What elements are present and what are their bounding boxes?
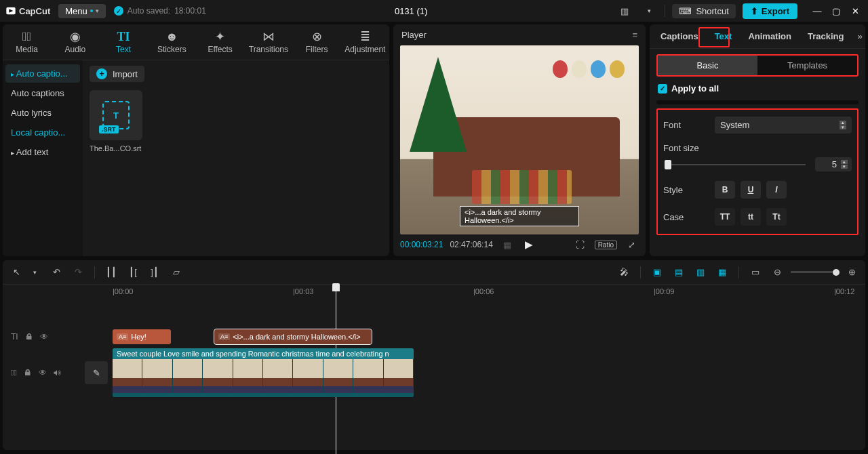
sidebar-item-auto-captions[interactable]: Auto captions: [5, 84, 80, 102]
play-button[interactable]: ▶: [521, 239, 536, 251]
stepper-icon[interactable]: ▴▾: [841, 160, 848, 169]
close-button[interactable]: ✕: [848, 6, 863, 16]
snap-toggle-2[interactable]: ▤: [671, 265, 687, 280]
tool-transitions[interactable]: ⋈Transitions: [244, 27, 292, 57]
layout-icon[interactable]: ▥: [616, 3, 633, 18]
italic-button[interactable]: I: [766, 181, 787, 199]
crop-tool[interactable]: ▱: [168, 265, 184, 280]
srt-badge: .SRT: [99, 125, 119, 133]
zoom-slider[interactable]: [791, 271, 838, 273]
style-row: Style B U I: [663, 181, 852, 199]
bold-button[interactable]: B: [715, 181, 735, 199]
undo-button[interactable]: ↶: [48, 265, 64, 280]
asset-panel: ▶⃞Media ◉Audio TIText ☻Stickers ✦Effects…: [3, 24, 389, 256]
trim-left-tool[interactable]: ┃[: [125, 265, 141, 280]
tool-filters[interactable]: ⊗Filters: [293, 27, 341, 57]
video-caption-overlay[interactable]: <i>...a dark and stormy Halloween.</i>: [460, 206, 579, 226]
inspector-panel: Captions Text Animation Tracking » Basic…: [650, 24, 865, 256]
divider: [640, 266, 641, 278]
subtab-templates[interactable]: Templates: [757, 56, 857, 75]
tracks: TI 🔒︎ 👁︎ A≡ Hey! A≡ <i>...a dark and sto…: [3, 302, 865, 450]
grid-icon[interactable]: ▦: [500, 240, 515, 250]
sidebar-item-local-captions[interactable]: Local captio...: [5, 123, 80, 142]
speaker-icon[interactable]: 🔊︎: [54, 368, 62, 377]
lock-icon[interactable]: 🔒︎: [25, 332, 33, 342]
chevron-down-icon[interactable]: ▾: [640, 3, 658, 18]
audio-icon: ◉: [70, 30, 81, 43]
snap-toggle-3[interactable]: ▥: [692, 265, 709, 280]
minimize-button[interactable]: —: [810, 6, 825, 16]
hamburger-icon[interactable]: ≡: [632, 30, 637, 40]
slider-thumb[interactable]: [833, 269, 840, 276]
tool-text[interactable]: TIText: [100, 27, 148, 57]
tool-effects[interactable]: ✦Effects: [196, 27, 244, 57]
caption-clip-1[interactable]: A≡ Hey!: [113, 329, 171, 344]
case-upper-button[interactable]: TT: [715, 208, 735, 226]
case-title-button[interactable]: Tt: [766, 208, 787, 226]
tool-label: Transitions: [249, 45, 288, 54]
subtab-basic[interactable]: Basic: [658, 56, 757, 75]
menu-button[interactable]: Menu ▾: [58, 4, 106, 18]
marker-icon[interactable]: ▭: [747, 265, 764, 280]
ratio-button[interactable]: Ratio: [595, 241, 617, 249]
cursor-tool[interactable]: ↖: [8, 265, 24, 280]
underline-button[interactable]: U: [741, 181, 761, 199]
tool-stickers[interactable]: ☻Stickers: [148, 27, 196, 57]
fontsize-value: 5: [832, 159, 837, 169]
stepper-icon[interactable]: ▴▾: [840, 121, 846, 129]
caption-badge: A≡: [218, 333, 230, 340]
tool-media[interactable]: ▶⃞Media: [3, 27, 51, 57]
more-tabs-icon[interactable]: »: [853, 31, 865, 41]
checkbox-checked-icon[interactable]: ✓: [658, 84, 667, 94]
autosave-prefix: Auto saved:: [127, 6, 170, 16]
sidebar-item-auto-lyrics[interactable]: Auto lyrics: [5, 104, 80, 122]
track-controls: TI 🔒︎ 👁︎: [3, 332, 80, 342]
playhead-handle[interactable]: [332, 283, 340, 291]
case-label: Case: [663, 212, 708, 222]
font-select[interactable]: System ▴▾: [715, 117, 852, 133]
case-lower-button[interactable]: tt: [741, 208, 761, 226]
export-button[interactable]: ⬆ Export: [743, 3, 797, 19]
srt-thumbnail: T .SRT: [90, 90, 142, 140]
fontsize-value-box[interactable]: 5 ▴▾: [815, 157, 852, 171]
fullscreen-icon[interactable]: ⤢: [624, 240, 639, 250]
trim-right-tool[interactable]: ]┃: [146, 265, 163, 280]
tab-captions[interactable]: Captions: [654, 24, 705, 48]
scan-icon[interactable]: ⛶: [573, 240, 588, 250]
inspector-tabs: Captions Text Animation Tracking »: [650, 24, 865, 49]
sidebar-item-add-text[interactable]: Add text: [5, 143, 80, 161]
divider: [738, 266, 739, 278]
maximize-button[interactable]: ▢: [829, 6, 844, 16]
zoom-in-button[interactable]: ⊕: [844, 265, 860, 280]
upload-icon: ⬆: [751, 6, 758, 16]
eye-icon[interactable]: 👁︎: [39, 368, 47, 377]
snap-toggle-4[interactable]: ▦: [714, 265, 730, 280]
mic-icon[interactable]: 🎤︎: [616, 265, 632, 280]
video-clip[interactable]: Sweet couple Love smile and spending Rom…: [113, 348, 414, 397]
tab-tracking[interactable]: Tracking: [801, 24, 850, 48]
edit-track-button[interactable]: ✎: [85, 361, 108, 384]
case-row: Case TT tt Tt: [663, 208, 852, 226]
zoom-out-button[interactable]: ⊖: [769, 265, 785, 280]
sidebar-item-auto-captions-active[interactable]: Auto captio...: [5, 64, 80, 83]
lock-icon[interactable]: 🔒︎: [24, 368, 32, 377]
snap-toggle-1[interactable]: ▣: [649, 265, 665, 280]
video-preview[interactable]: <i>...a dark and stormy Halloween.</i>: [400, 45, 639, 234]
apply-to-all-row[interactable]: ✓ Apply to all: [658, 83, 857, 94]
slider-thumb[interactable]: [665, 160, 671, 169]
split-tool[interactable]: ┃┃: [103, 265, 119, 280]
fontsize-slider[interactable]: [666, 164, 806, 165]
eye-icon[interactable]: 👁︎: [40, 332, 48, 342]
chevron-down-icon[interactable]: ▾: [26, 265, 43, 280]
import-button[interactable]: + Import: [90, 66, 144, 82]
shortcut-button[interactable]: ⌨ Shortcut: [672, 4, 735, 18]
caption-clip-2[interactable]: A≡ <i>...a dark and stormy Halloween.</i…: [214, 329, 372, 344]
time-ruler[interactable]: |00:00 |00:03 |00:06 |00:09 |00:12: [3, 285, 865, 302]
tab-animation[interactable]: Animation: [741, 24, 798, 48]
srt-file-item[interactable]: T .SRT The.Ba...CO.srt: [90, 90, 142, 152]
tool-adjustment[interactable]: ≣Adjustment: [341, 27, 389, 57]
fontsize-label: Font size: [663, 143, 708, 153]
tool-audio[interactable]: ◉Audio: [51, 27, 99, 57]
redo-button[interactable]: ↷: [70, 265, 86, 280]
tab-text[interactable]: Text: [708, 24, 739, 48]
